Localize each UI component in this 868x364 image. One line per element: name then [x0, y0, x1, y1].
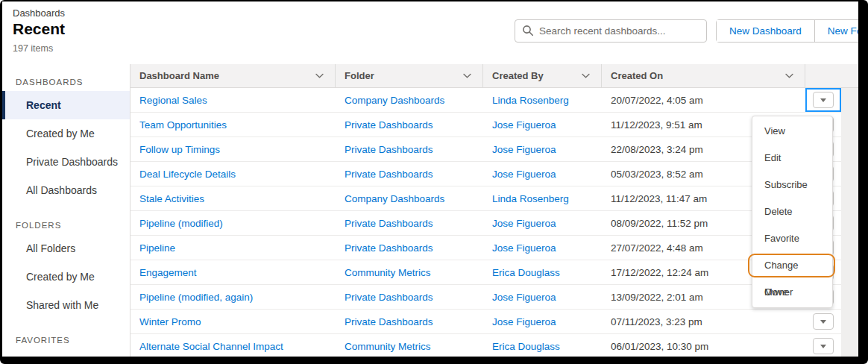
- table-header-row: Dashboard NameFolderCreated ByCreated On: [130, 64, 858, 88]
- created-on-text: 11/12/2023, 9:51 am: [611, 119, 702, 131]
- new-item-button-group: New Dashboard New Folder: [716, 19, 858, 43]
- cell-dashboard-name: Winter Promo: [130, 310, 336, 333]
- chevron-down-icon: [581, 71, 591, 81]
- cell-dashboard-name: Pipeline (modified, again): [130, 285, 336, 309]
- cell-dashboard-name: Follow up Timings: [130, 137, 336, 161]
- item-count: 197 items: [13, 43, 858, 54]
- sidebar-item-all-dashboards[interactable]: All Dashboards: [2, 176, 130, 204]
- created-by-link[interactable]: Jose Figueroa: [492, 292, 556, 303]
- dashboard-name-link[interactable]: Winter Promo: [139, 316, 201, 327]
- dashboard-name-link[interactable]: Regional Sales: [139, 95, 207, 106]
- sidebar-item-created-by-me[interactable]: Created by Me: [2, 263, 130, 291]
- row-actions-button[interactable]: [813, 92, 834, 108]
- chevron-down-icon: [784, 71, 794, 81]
- cell-created-on: 06/01/2023, 10:30 pm: [602, 334, 805, 357]
- sidebar-item-created-by-me[interactable]: Created by Me: [2, 119, 130, 148]
- sidebar-item-recent[interactable]: Recent: [2, 91, 130, 119]
- table-row: Pipeline (modified, again)Private Dashbo…: [130, 285, 841, 310]
- cell-folder: Private Dashboards: [336, 285, 483, 309]
- table-row: Regional SalesCompany DashboardsLinda Ro…: [130, 88, 841, 113]
- dropdown-caret-icon: [820, 320, 826, 324]
- row-action-cell: [805, 310, 841, 333]
- cell-folder: Community Metrics: [336, 260, 483, 284]
- nav-section-heading-favorites: FAVORITES: [2, 331, 130, 349]
- folder-link[interactable]: Private Dashboards: [345, 119, 433, 131]
- created-by-link[interactable]: Erica Douglass: [492, 341, 560, 352]
- menu-item-subscribe[interactable]: Subscribe: [752, 172, 832, 198]
- cell-created-by: Linda Rosenberg: [483, 186, 602, 210]
- dashboard-name-link[interactable]: Pipeline (modified, again): [139, 292, 253, 303]
- sidebar-item-all-folders[interactable]: All Folders: [2, 234, 130, 263]
- folder-link[interactable]: Private Dashboards: [345, 144, 433, 155]
- folder-link[interactable]: Community Metrics: [345, 341, 431, 352]
- new-folder-button[interactable]: New Folder: [814, 20, 858, 42]
- created-by-link[interactable]: Jose Figueroa: [492, 144, 556, 155]
- created-by-link[interactable]: Linda Rosenberg: [492, 95, 569, 106]
- search-input[interactable]: [515, 19, 707, 43]
- cell-folder: Private Dashboards: [336, 137, 483, 161]
- created-by-link[interactable]: Jose Figueroa: [492, 119, 556, 131]
- created-on-text: 05/03/2023, 8:52 am: [611, 169, 703, 180]
- scrollbar-track[interactable]: [841, 88, 858, 357]
- cell-created-by: Jose Figueroa: [483, 211, 602, 235]
- cell-folder: Company Dashboards: [336, 186, 483, 210]
- menu-item-change-owner[interactable]: Change Owner: [752, 252, 832, 279]
- cell-folder: Private Dashboards: [336, 211, 483, 235]
- folder-link[interactable]: Company Dashboards: [345, 95, 444, 106]
- created-by-link[interactable]: Linda Rosenberg: [492, 193, 569, 204]
- cell-folder: Private Dashboards: [336, 113, 483, 136]
- new-dashboard-button[interactable]: New Dashboard: [717, 20, 814, 42]
- created-on-text: 07/11/2023, 3:23 pm: [611, 316, 702, 327]
- menu-item-view[interactable]: View: [752, 118, 832, 145]
- page-header: Dashboards Recent 197 items New Dashboar…: [2, 1, 858, 64]
- cell-dashboard-name: Pipeline: [130, 236, 336, 260]
- folder-link[interactable]: Community Metrics: [345, 267, 431, 278]
- folder-link[interactable]: Private Dashboards: [345, 242, 433, 254]
- created-by-link[interactable]: Jose Figueroa: [492, 242, 556, 254]
- dashboard-name-link[interactable]: Engagement: [139, 267, 197, 278]
- content-body: DASHBOARDSRecentCreated by MePrivate Das…: [2, 64, 858, 357]
- dashboard-name-link[interactable]: Deal Lifecycle Details: [139, 169, 236, 180]
- menu-item-delete[interactable]: Delete: [752, 198, 832, 225]
- table-row: Stale ActivitiesCompany DashboardsLinda …: [130, 186, 841, 211]
- menu-item-favorite[interactable]: Favorite: [752, 225, 832, 252]
- column-header-created-on[interactable]: Created On: [602, 64, 805, 87]
- dashboard-name-link[interactable]: Pipeline (modified): [139, 218, 223, 229]
- folder-link[interactable]: Private Dashboards: [345, 316, 433, 327]
- column-header-label: Folder: [345, 70, 374, 81]
- table-row: EngagementCommunity MetricsErica Douglas…: [130, 260, 841, 285]
- column-header-created-by[interactable]: Created By: [483, 64, 602, 87]
- dashboard-name-link[interactable]: Follow up Timings: [139, 144, 220, 155]
- cell-created-by: Jose Figueroa: [483, 113, 602, 136]
- created-by-link[interactable]: Jose Figueroa: [492, 218, 556, 229]
- dashboard-name-link[interactable]: Stale Activities: [139, 193, 204, 204]
- menu-item-move[interactable]: Move: [752, 279, 832, 306]
- created-by-link[interactable]: Jose Figueroa: [492, 169, 556, 180]
- column-header-label: Created By: [492, 70, 544, 81]
- column-header-dashboard-name[interactable]: Dashboard Name: [130, 64, 336, 87]
- created-by-link[interactable]: Erica Douglass: [492, 267, 560, 278]
- folder-link[interactable]: Private Dashboards: [345, 169, 433, 180]
- folder-link[interactable]: Private Dashboards: [345, 292, 433, 303]
- sidebar-item-private-dashboards[interactable]: Private Dashboards: [2, 148, 130, 176]
- folder-link[interactable]: Private Dashboards: [345, 218, 433, 229]
- table-row: Alternate Social Channel ImpactCommunity…: [130, 334, 841, 357]
- sidebar-item-shared-with-me[interactable]: Shared with Me: [2, 291, 130, 319]
- created-on-text: 06/01/2023, 10:30 pm: [611, 341, 708, 352]
- created-by-link[interactable]: Jose Figueroa: [492, 316, 556, 327]
- dashboard-name-link[interactable]: Team Opportunities: [139, 119, 227, 131]
- cell-dashboard-name: Alternate Social Channel Impact: [130, 334, 336, 357]
- menu-item-edit[interactable]: Edit: [752, 145, 832, 172]
- row-actions-button[interactable]: [813, 338, 834, 354]
- folder-link[interactable]: Company Dashboards: [345, 193, 444, 204]
- row-actions-menu: ViewEditSubscribeDeleteFavoriteChange Ow…: [752, 116, 833, 308]
- dashboard-name-link[interactable]: Alternate Social Channel Impact: [139, 341, 283, 352]
- row-actions-button[interactable]: [813, 313, 834, 330]
- cell-folder: Community Metrics: [336, 334, 483, 357]
- column-header-folder[interactable]: Folder: [336, 64, 483, 87]
- cell-dashboard-name: Stale Activities: [130, 186, 336, 210]
- dashboard-name-link[interactable]: Pipeline: [139, 242, 175, 254]
- sidebar: DASHBOARDSRecentCreated by MePrivate Das…: [2, 64, 130, 357]
- created-on-text: 17/12/2022, 12:24 am: [611, 267, 708, 278]
- cell-dashboard-name: Team Opportunities: [130, 113, 336, 136]
